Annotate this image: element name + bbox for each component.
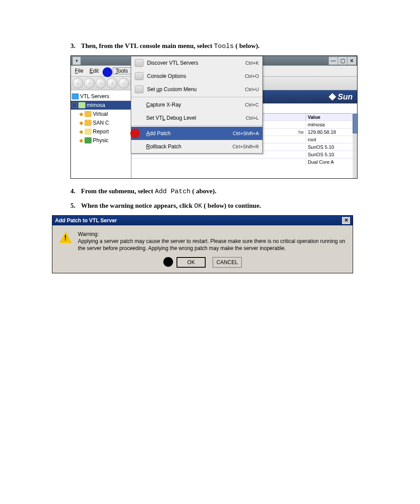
tree-host-selected[interactable]: − mimosa [71, 101, 131, 110]
navigation-tree: VTL Servers − mimosa ◆ Virtual ◆ SAN C [71, 90, 131, 178]
dialog-title: Add Patch to VTL Server [55, 217, 342, 224]
toolbar-button[interactable]: ◦ [118, 78, 129, 88]
dialog-titlebar: Add Patch to VTL Server ✕ [52, 216, 353, 225]
folder-icon [85, 137, 92, 143]
expand-icon: ◆ [79, 111, 83, 117]
menu-item-discover[interactable]: Discover VTL Servers Ctrl+K [131, 56, 262, 70]
menu-item-console-options[interactable]: Console Options Ctrl+O [131, 70, 262, 83]
table-row: Dual Core A [132, 158, 357, 166]
toolbar-button[interactable]: ◦ [84, 78, 95, 88]
system-menu-icon[interactable]: ▾ [73, 57, 81, 65]
callout-marker-black [163, 257, 173, 267]
step-text: Then, from the VTL console main menu, se… [81, 41, 260, 51]
collapse-icon[interactable]: − [72, 103, 77, 108]
folder-icon [85, 129, 92, 135]
expand-icon: ◆ [79, 129, 83, 135]
expand-icon: ◆ [79, 137, 83, 143]
host-icon [78, 102, 85, 108]
instruction-step-3: 3. Then, from the VTL console main menu,… [70, 41, 367, 51]
callout-marker-blue [103, 67, 112, 77]
scrollbar-thumb[interactable] [353, 114, 358, 133]
step-number: 4. [70, 187, 81, 196]
ok-button[interactable]: OK [177, 257, 206, 268]
step-number: 5. [70, 201, 81, 211]
sun-logo-text: Sun [338, 92, 353, 102]
toolbar-button[interactable]: ◦ [107, 78, 118, 88]
menu-item-icon [135, 85, 144, 93]
minimize-button[interactable]: — [328, 57, 338, 65]
scrollbar[interactable] [353, 114, 357, 178]
vtl-console-screenshot: ▾ StorageTek Virtual Tape Library Consol… [70, 55, 357, 179]
tree-item-san[interactable]: ◆ SAN C [71, 118, 131, 127]
tree-item-physical[interactable]: ◆ Physic [71, 136, 131, 145]
menu-file[interactable]: File [72, 67, 86, 74]
menu-item-xray[interactable]: Capture X-Ray Ctrl+C [131, 98, 262, 111]
menu-item-icon [135, 72, 144, 80]
folder-icon [85, 111, 92, 117]
menu-item-add-patch[interactable]: Add Patch Ctrl+Shift+A [131, 127, 262, 140]
step-text: When the warning notice appears, click O… [81, 201, 261, 211]
step-number: 3. [70, 41, 81, 51]
menu-item-debug-level[interactable]: Set VTL Debug Level Ctrl+L [131, 111, 262, 125]
dialog-message: Warning: Applying a server patch may cau… [78, 231, 346, 252]
toolbar-button[interactable]: ◦ [96, 78, 106, 88]
servers-icon [72, 93, 79, 99]
instruction-step-5: 5. When the warning notice appears, clic… [70, 201, 367, 211]
cancel-button[interactable]: CANCEL [213, 257, 242, 268]
dialog-close-button[interactable]: ✕ [342, 217, 350, 224]
menu-item-rollback-patch[interactable]: Rollback Patch Ctrl+Shift+R [131, 140, 262, 153]
tree-item-virtual[interactable]: ◆ Virtual [71, 110, 131, 118]
step-text: From the submenu, select Add Patch ( abo… [81, 187, 216, 196]
tools-dropdown-menu: Discover VTL Servers Ctrl+K Console Opti… [131, 56, 263, 154]
menu-separator [131, 97, 262, 97]
maximize-button[interactable]: ▢ [338, 57, 347, 65]
tree-item-reports[interactable]: ◆ Report [71, 127, 131, 136]
menu-edit[interactable]: Edit [86, 67, 102, 74]
menu-separator [131, 125, 262, 126]
folder-icon [85, 120, 92, 126]
warning-icon [59, 231, 72, 252]
menu-item-custom-menu[interactable]: Set up Custom Menu Ctrl+U [131, 83, 262, 96]
expand-icon: ◆ [79, 120, 83, 126]
menu-tools[interactable]: Tools [113, 67, 131, 74]
menu-view[interactable]: Vi [102, 67, 112, 74]
callout-marker-red [130, 129, 140, 138]
instruction-step-4: 4. From the submenu, select Add Patch ( … [70, 187, 367, 196]
tree-root-servers[interactable]: VTL Servers [71, 92, 131, 101]
menu-item-icon [135, 59, 144, 67]
sun-logo-icon [329, 93, 336, 101]
close-button[interactable]: ✕ [347, 57, 356, 65]
toolbar-button[interactable]: ◦ [73, 78, 83, 88]
work-area: VTL Servers − mimosa ◆ Virtual ◆ SAN C [71, 90, 357, 178]
warning-dialog: Add Patch to VTL Server ✕ Warning: Apply… [52, 215, 353, 274]
